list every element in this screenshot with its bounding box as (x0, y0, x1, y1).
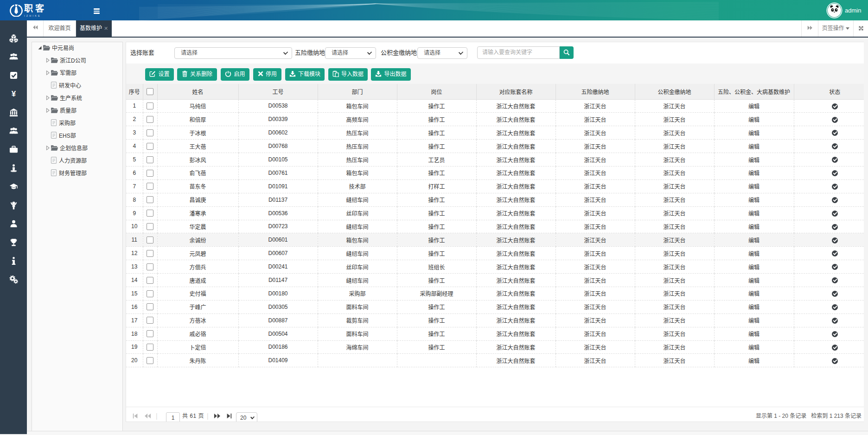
svg-text:¥: ¥ (11, 90, 16, 98)
